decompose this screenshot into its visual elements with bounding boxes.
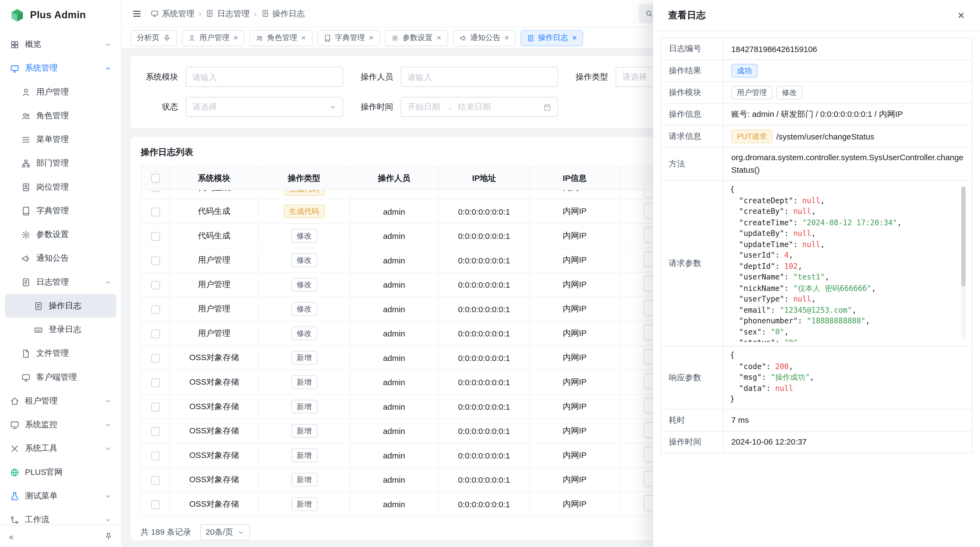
sidebar-item-login-log[interactable]: 登录日志	[5, 317, 116, 341]
row-checkbox[interactable]	[151, 305, 159, 314]
tab-close-icon[interactable]: ✕	[233, 35, 238, 41]
flask-icon	[10, 491, 19, 501]
tab-close-icon[interactable]: ✕	[504, 35, 509, 41]
sidebar-item-file-management[interactable]: 文件管理	[5, 341, 116, 365]
sidebar-item-system-monitor[interactable]: 系统监控	[5, 413, 116, 436]
type-cell: 新增	[258, 467, 350, 492]
sidebar-item-post-management[interactable]: 岗位管理	[5, 175, 116, 199]
breadcrumb-item[interactable]: 日志管理	[206, 8, 250, 19]
breadcrumb-label: 日志管理	[217, 8, 249, 19]
checkbox-cell	[141, 321, 170, 346]
ip-cell: 0:0:0:0:0:0:0:1	[439, 492, 530, 517]
ip-cell: 0:0:0:0:0:0:0:1	[439, 345, 530, 370]
sidebar-item-label: 通知公告	[36, 253, 111, 264]
sidebar-item-param-settings[interactable]: 参数设置	[5, 223, 116, 246]
operator-input[interactable]	[401, 67, 558, 87]
sidebar-item-workflow[interactable]: 工作流	[5, 508, 116, 525]
sidebar-item-overview[interactable]: 概览	[5, 32, 116, 56]
sidebar-item-dict-management[interactable]: 字典管理	[5, 199, 116, 223]
sidebar-item-log-management[interactable]: 日志管理	[5, 270, 116, 294]
sidebar-item-label: 岗位管理	[36, 182, 111, 193]
tab-close-icon[interactable]: ✕	[301, 35, 306, 41]
checkbox-cell	[141, 199, 170, 224]
row-checkbox[interactable]	[151, 232, 159, 241]
page-size-select[interactable]: 20条/页	[200, 524, 250, 541]
module-cell: OSS对象存储	[170, 394, 258, 419]
sidebar-item-role-management[interactable]: 角色管理	[5, 104, 116, 128]
total-records: 共 189 条记录	[141, 526, 191, 538]
checkbox-cell	[141, 443, 170, 468]
document-icon	[21, 277, 30, 287]
sidebar: Plus Admin 概览 系统管理 用户管理 角色管理	[0, 0, 122, 547]
sidebar-item-user-management[interactable]: 用户管理	[5, 80, 116, 104]
row-checkbox[interactable]	[151, 476, 159, 485]
sidebar-item-label: 测试菜单	[25, 490, 99, 501]
pin-icon[interactable]	[163, 34, 171, 41]
detail-row-method: 方法 org.dromara.system.controller.system.…	[661, 147, 972, 180]
tab-notice[interactable]: 通知公告 ✕	[453, 30, 515, 46]
tab-analysis[interactable]: 分析页	[130, 30, 177, 46]
row-checkbox[interactable]	[151, 207, 159, 216]
tab-dict-management[interactable]: 字典管理 ✕	[317, 30, 380, 46]
sidebar-item-dept-management[interactable]: 部门管理	[5, 152, 116, 175]
row-checkbox[interactable]	[151, 403, 159, 411]
pin-icon[interactable]	[104, 532, 113, 541]
ip-info-cell: 内网IP	[530, 248, 620, 273]
row-checkbox[interactable]	[151, 427, 159, 436]
http-method-badge: PUT请求	[731, 129, 773, 143]
sidebar-item-tenant-management[interactable]: 租户管理	[5, 389, 116, 413]
tab-user-management[interactable]: 用户管理 ✕	[182, 30, 245, 46]
row-checkbox[interactable]	[151, 329, 159, 338]
filter-time: 操作时间 开始日期 → 结束日期	[356, 97, 558, 117]
row-checkbox[interactable]	[151, 500, 159, 509]
request-params-code[interactable]: { "createDept": null, "createBy": null, …	[730, 185, 966, 343]
chevron-down-icon	[104, 397, 111, 404]
field-label: 方法	[661, 148, 724, 180]
tab-role-management[interactable]: 角色管理 ✕	[250, 30, 312, 46]
module-cell: 用户管理	[170, 297, 258, 321]
tab-param-settings[interactable]: 参数设置 ✕	[385, 30, 448, 46]
sidebar-item-plus-website[interactable]: PLUS官网	[5, 460, 116, 484]
field-label: 操作模块	[661, 82, 724, 103]
status-select[interactable]: 请选择	[186, 97, 343, 117]
sidebar-item-system-management[interactable]: 系统管理	[5, 56, 116, 80]
collapse-sidebar-button[interactable]: «	[9, 531, 14, 541]
breadcrumb-label: 系统管理	[162, 8, 194, 19]
sidebar-item-label: 操作日志	[49, 300, 111, 311]
ip-info-cell: 内网IP	[530, 467, 620, 492]
type-cell: 生成代码	[258, 199, 350, 224]
row-checkbox[interactable]	[151, 354, 159, 363]
keyboard-icon	[34, 325, 43, 334]
scrollbar-thumb[interactable]	[961, 187, 966, 287]
row-checkbox[interactable]	[151, 378, 159, 387]
sidebar-item-client-management[interactable]: 客户端管理	[5, 365, 116, 389]
tab-close-icon[interactable]: ✕	[436, 35, 442, 41]
sidebar-item-operation-log[interactable]: 操作日志	[5, 294, 116, 317]
row-checkbox[interactable]	[151, 281, 159, 289]
tab-close-icon[interactable]: ✕	[369, 35, 374, 41]
detail-row-request: 请求信息 PUT请求 /system/user/changeStatus	[661, 125, 972, 147]
menu-toggle-icon[interactable]	[132, 8, 142, 19]
ip-info-cell: 内网IP	[530, 321, 620, 346]
sidebar-item-test-menu[interactable]: 测试菜单	[5, 484, 116, 508]
detail-row-module: 操作模块 用户管理 修改	[661, 81, 972, 103]
close-icon[interactable]: ✕	[957, 11, 965, 20]
breadcrumb-item[interactable]: 系统管理	[151, 8, 194, 19]
request-url: /system/user/changeStatus	[776, 132, 874, 141]
date-range-picker[interactable]: 开始日期 → 结束日期	[401, 97, 558, 117]
tab-close-icon[interactable]: ✕	[572, 35, 577, 41]
row-checkbox[interactable]	[151, 451, 159, 460]
breadcrumb-item[interactable]: 操作日志	[261, 8, 305, 19]
sidebar-item-notice[interactable]: 通知公告	[5, 247, 116, 270]
module-input[interactable]	[186, 67, 343, 87]
sidebar-item-menu-management[interactable]: 菜单管理	[5, 128, 116, 151]
operator-cell: admin	[350, 370, 439, 394]
select-all-checkbox[interactable]	[151, 174, 159, 183]
log-detail-table: 日志编号 1842781986426159106 操作结果 成功 操作模块 用户…	[661, 38, 973, 453]
tab-operation-log[interactable]: 操作日志 ✕	[520, 30, 583, 46]
tab-label: 字典管理	[335, 32, 365, 43]
sidebar-item-system-tools[interactable]: 系统工具	[5, 437, 116, 460]
checkbox-cell	[141, 248, 170, 273]
sidebar-item-label: 系统工具	[25, 443, 99, 454]
row-checkbox[interactable]	[151, 256, 159, 265]
